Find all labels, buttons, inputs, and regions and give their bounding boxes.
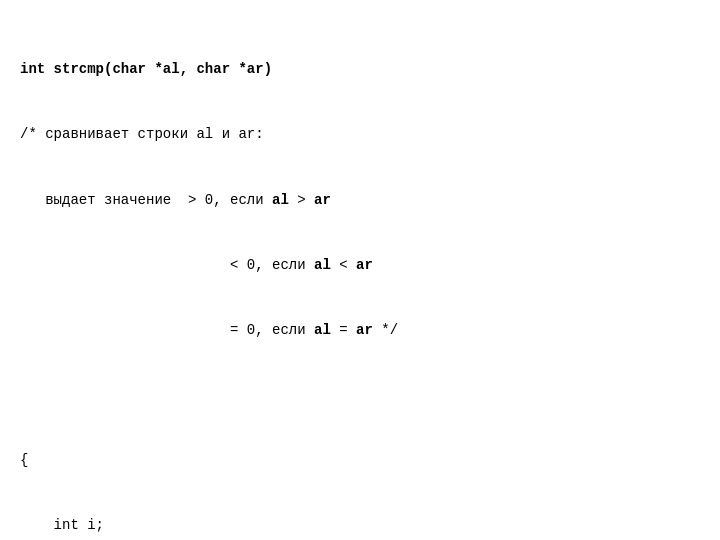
code-text: */	[373, 322, 398, 338]
code-text: < 0, если	[20, 257, 314, 273]
code-line-5: = 0, если al = ar */	[20, 320, 700, 342]
code-text: <	[331, 257, 356, 273]
code-bold: al	[314, 257, 331, 273]
code-display: int strcmp(char *al, char *ar) /* сравни…	[20, 16, 700, 540]
code-text: >	[289, 192, 314, 208]
code-line-4: < 0, если al < ar	[20, 255, 700, 277]
code-bold: ar	[356, 322, 373, 338]
code-text: = 0, если	[20, 322, 314, 338]
code-line-1: int strcmp(char *al, char *ar)	[20, 59, 700, 81]
code-line-6: {	[20, 450, 700, 472]
code-text: int i;	[20, 517, 104, 533]
code-text: выдает значение > 0, если	[20, 192, 272, 208]
code-bold: ar	[356, 257, 373, 273]
code-text: /* сравнивает строки al и ar:	[20, 126, 264, 142]
code-bold: al	[272, 192, 289, 208]
code-bold: ar	[314, 192, 331, 208]
code-bold: al	[314, 322, 331, 338]
code-line-7: int i;	[20, 515, 700, 537]
code-line-blank	[20, 385, 700, 407]
code-text: int strcmp(char *al, char *ar)	[20, 61, 272, 77]
code-text: {	[20, 452, 28, 468]
code-text: =	[331, 322, 356, 338]
code-line-2: /* сравнивает строки al и ar:	[20, 124, 700, 146]
code-line-3: выдает значение > 0, если al > ar	[20, 190, 700, 212]
